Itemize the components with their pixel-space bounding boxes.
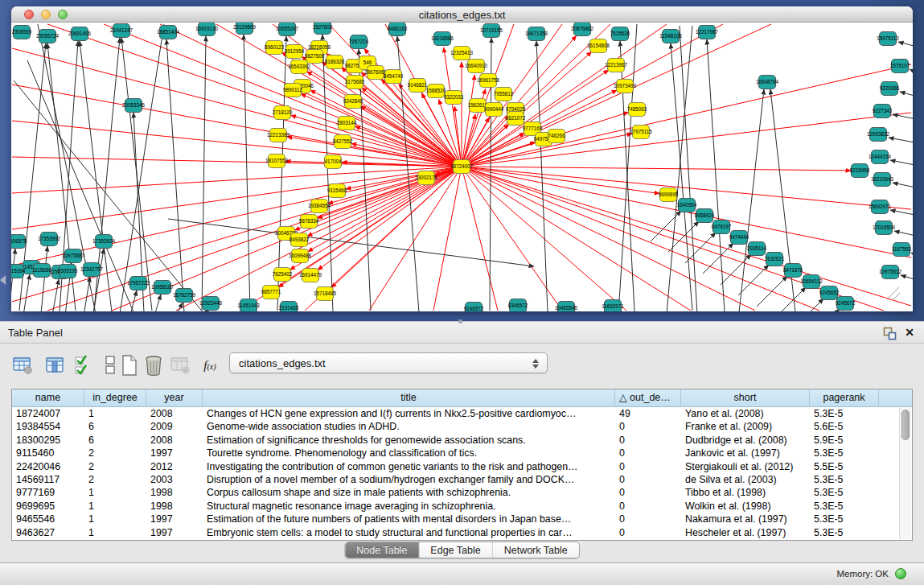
network-node[interactable]: 15718485	[314, 287, 337, 301]
network-edge[interactable]	[890, 160, 913, 167]
network-edge[interactable]	[707, 39, 725, 311]
network-node[interactable]: 16961758	[477, 74, 500, 88]
tab-node-table[interactable]: Node Table	[345, 542, 419, 558]
network-node[interactable]: 12217987	[696, 26, 719, 39]
scrollbar-thumb[interactable]	[901, 410, 910, 440]
network-node[interactable]: 1575107	[890, 60, 910, 73]
column-header-0[interactable]: name	[12, 389, 84, 406]
function-icon[interactable]: f(x)	[198, 352, 222, 379]
network-node[interactable]: 10719155	[480, 24, 503, 38]
network-edge[interactable]	[291, 115, 462, 167]
network-node[interactable]: 18724007	[450, 160, 474, 174]
network-node[interactable]: 20691406	[68, 27, 92, 41]
network-edge[interactable]	[462, 75, 474, 167]
network-edge[interactable]	[890, 210, 913, 216]
network-node[interactable]: 8454749	[384, 70, 404, 84]
network-node[interactable]: 15692971	[869, 200, 892, 214]
network-edge[interactable]	[41, 246, 47, 311]
network-node[interactable]: 8466160	[388, 23, 408, 36]
network-edge[interactable]	[462, 64, 911, 167]
network-node[interactable]: 12093832	[867, 128, 890, 142]
column-header-3[interactable]: title	[203, 389, 615, 406]
table-row[interactable]: 1872400712008Changes of HCN gene express…	[12, 407, 912, 420]
network-edge[interactable]	[462, 167, 691, 311]
vertical-scrollbar[interactable]	[899, 408, 911, 539]
network-node[interactable]: 16210643	[871, 173, 894, 187]
column-header-5[interactable]: short	[681, 389, 810, 406]
network-node[interactable]: 17353924	[92, 235, 116, 249]
network-node[interactable]: 2308559	[12, 26, 32, 39]
table-panel-header[interactable]: Table Panel ✕	[0, 321, 924, 344]
network-edge[interactable]	[901, 275, 913, 282]
network-edge[interactable]	[893, 114, 913, 121]
network-node[interactable]: 9242848	[343, 95, 363, 109]
table-row[interactable]: 1456911722003Disruption of a novel membe…	[12, 473, 912, 486]
table-column-icon[interactable]	[43, 352, 68, 379]
memory-ok-indicator[interactable]	[895, 568, 906, 579]
network-node[interactable]: 10958187	[151, 281, 175, 295]
table-row[interactable]: 946362711997Embryonic stem cells: a mode…	[12, 526, 912, 539]
network-edge[interactable]	[308, 167, 462, 252]
table-settings-icon[interactable]	[11, 352, 35, 379]
table-row[interactable]: 977716911998Corpus callosum shape and si…	[12, 486, 912, 499]
network-node[interactable]: 9827509	[305, 50, 325, 64]
network-node[interactable]: 10975887	[62, 249, 85, 263]
network-node[interactable]: 17353992	[38, 233, 61, 246]
network-node[interactable]: 9990444	[484, 103, 504, 117]
network-node[interactable]: 17975115	[630, 126, 652, 139]
panel-collapse-arrow-icon[interactable]	[0, 275, 6, 285]
network-node[interactable]: 8346572	[508, 299, 528, 312]
network-node[interactable]: 417004	[324, 155, 342, 169]
table-header-row[interactable]: namein_degreeyeartitle△ out_de…shortpage…	[12, 389, 912, 407]
network-edge[interactable]	[462, 167, 498, 311]
network-node[interactable]: 9245652	[819, 286, 840, 300]
network-node[interactable]: 7957224	[349, 35, 369, 49]
network-node[interactable]: 7955812	[494, 88, 514, 101]
network-node[interactable]: 16543392	[288, 60, 311, 74]
new-document-icon[interactable]	[117, 352, 142, 379]
network-node[interactable]: 746266	[548, 130, 565, 143]
network-node[interactable]: 9890112	[283, 84, 303, 97]
trash-icon[interactable]	[142, 352, 166, 379]
column-header-2[interactable]: year	[146, 389, 203, 406]
network-node[interactable]: 19384554	[308, 200, 331, 213]
network-node[interactable]: 20876862	[571, 23, 594, 36]
network-edge[interactable]	[12, 167, 462, 229]
network-node[interactable]: 15975110	[877, 32, 899, 46]
network-edge[interactable]	[757, 276, 787, 307]
network-node[interactable]: 2718120	[273, 106, 293, 120]
network-edge[interactable]	[770, 89, 795, 311]
network-node[interactable]: 21041247	[110, 24, 133, 38]
network-node[interactable]: 1527602	[313, 23, 333, 35]
table-row[interactable]: 1830029562008Estimation of significance …	[12, 434, 912, 447]
network-node[interactable]: 23002175	[415, 171, 438, 185]
network-canvas[interactable]: 2308559230557242069140621041247188514041…	[11, 23, 913, 311]
network-node[interactable]: 14671358	[525, 27, 548, 41]
network-node[interactable]: 6479197	[712, 220, 732, 234]
network-node[interactable]: 12444154	[869, 150, 892, 164]
network-edge[interactable]	[721, 254, 751, 285]
network-edge[interactable]	[11, 249, 15, 311]
network-edge[interactable]	[809, 309, 840, 311]
network-node[interactable]: 2606575	[11, 235, 27, 249]
network-node[interactable]: 10655247	[276, 23, 299, 36]
network-edge[interactable]	[23, 274, 30, 311]
network-edge[interactable]	[84, 277, 90, 311]
table-row[interactable]: 911546021997Tourette syndrome. Phenomeno…	[12, 447, 912, 459]
network-edge[interactable]	[93, 249, 104, 311]
network-node[interactable]: 10975812	[879, 266, 902, 279]
network-node[interactable]: 5878334	[299, 215, 319, 229]
column-header-4[interactable]: △ out_de…	[615, 389, 681, 406]
network-edge[interactable]	[322, 35, 333, 311]
network-edge[interactable]	[910, 69, 913, 76]
network-node[interactable]: 9474444	[729, 231, 749, 245]
network-edge[interactable]	[889, 138, 913, 144]
network-edge[interactable]	[462, 167, 659, 194]
table-row[interactable]: 946554611997Estimation of the future num…	[12, 513, 912, 525]
network-node[interactable]: 9146821	[408, 79, 428, 93]
network-edge[interactable]	[536, 41, 548, 311]
network-edge[interactable]	[668, 221, 699, 252]
network-node[interactable]: 16648784	[756, 76, 779, 89]
network-node[interactable]: 18107553	[265, 154, 289, 168]
network-edge[interactable]	[12, 157, 462, 167]
